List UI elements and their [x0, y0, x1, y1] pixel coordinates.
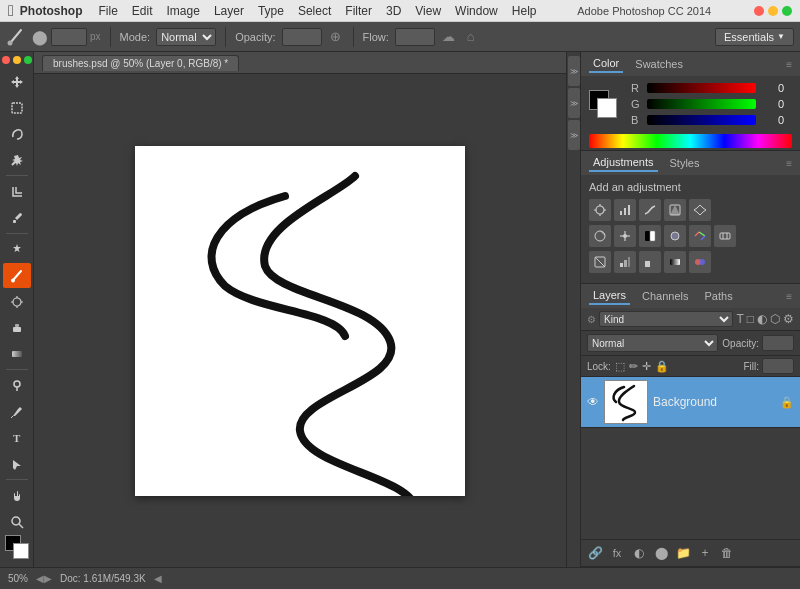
bw-adj[interactable]	[639, 225, 661, 247]
doc-info: Doc: 1.61M/549.3K	[60, 573, 146, 584]
layers-tab[interactable]: Layers	[589, 287, 630, 305]
fill-value[interactable]: 100%	[762, 358, 794, 374]
lock-move-icon[interactable]: ✛	[642, 360, 651, 373]
channelmix-adj[interactable]	[689, 225, 711, 247]
styles-tab[interactable]: Styles	[666, 155, 704, 171]
color-panel-close[interactable]: ≡	[786, 59, 792, 70]
brightness-adj[interactable]	[589, 199, 611, 221]
blend-mode-select[interactable]: Normal Multiply Screen	[587, 334, 718, 352]
brush-tool[interactable]	[3, 263, 31, 288]
new-layer-icon[interactable]: +	[695, 543, 715, 563]
adj-icons-row-2	[589, 225, 792, 247]
swatches-tab[interactable]: Swatches	[631, 56, 687, 72]
invert-adj[interactable]	[589, 251, 611, 273]
hue-sat-adj[interactable]	[589, 225, 611, 247]
threshold-adj[interactable]	[639, 251, 661, 273]
menu-layer[interactable]: Layer	[208, 4, 250, 18]
curves-adj[interactable]	[639, 199, 661, 221]
collapse-btn-1[interactable]: ≫	[568, 56, 580, 86]
exposure-adj[interactable]	[664, 199, 686, 221]
adjustments-tab[interactable]: Adjustments	[589, 154, 658, 172]
type-filter-icon[interactable]: T	[736, 312, 743, 326]
shape-filter-icon[interactable]: ⬡	[770, 312, 780, 326]
layer-group-icon[interactable]: 📁	[673, 543, 693, 563]
drawing-canvas[interactable]	[135, 146, 465, 496]
menu-filter[interactable]: Filter	[339, 4, 378, 18]
eraser-tool[interactable]	[3, 315, 31, 340]
magic-wand-tool[interactable]	[3, 147, 31, 172]
move-tool[interactable]	[3, 69, 31, 94]
flow-input[interactable]: 100%	[395, 28, 435, 46]
zoom-tool[interactable]	[3, 509, 31, 534]
kind-select[interactable]: Kind	[599, 311, 733, 327]
svg-rect-29	[628, 205, 630, 215]
adj-icons-row-1	[589, 199, 792, 221]
adjustment-layer-icon[interactable]: ⬤	[651, 543, 671, 563]
visibility-icon[interactable]: 👁	[587, 395, 599, 409]
lasso-tool[interactable]	[3, 121, 31, 146]
channels-tab[interactable]: Channels	[638, 288, 692, 304]
heal-tool[interactable]	[3, 237, 31, 262]
essentials-button[interactable]: Essentials ▼	[715, 28, 794, 46]
menu-3d[interactable]: 3D	[380, 4, 407, 18]
apple-logo: 	[8, 2, 14, 20]
posterize-adj[interactable]	[614, 251, 636, 273]
clone-stamp-tool[interactable]	[3, 289, 31, 314]
color-spectrum[interactable]	[589, 134, 792, 148]
brush-size-input[interactable]: 20	[51, 28, 87, 46]
menu-view[interactable]: View	[409, 4, 447, 18]
adj-panel-close[interactable]: ≡	[786, 158, 792, 169]
r-slider[interactable]	[647, 83, 756, 93]
marquee-tool[interactable]	[3, 95, 31, 120]
delete-layer-icon[interactable]: 🗑	[717, 543, 737, 563]
menu-help[interactable]: Help	[506, 4, 543, 18]
vibrance-adj[interactable]	[689, 199, 711, 221]
dodge-tool[interactable]	[3, 373, 31, 398]
layer-style-icon[interactable]: fx	[607, 543, 627, 563]
layers-panel-close[interactable]: ≡	[786, 291, 792, 302]
selectcolor-adj[interactable]	[689, 251, 711, 273]
colorbalance-adj[interactable]	[614, 225, 636, 247]
menu-image[interactable]: Image	[161, 4, 206, 18]
levels-adj[interactable]	[614, 199, 636, 221]
document-tab[interactable]: brushes.psd @ 50% (Layer 0, RGB/8) *	[42, 55, 239, 71]
menu-window[interactable]: Window	[449, 4, 504, 18]
lock-all-icon[interactable]: 🔒	[655, 360, 669, 373]
pixel-filter-icon[interactable]: □	[747, 312, 754, 326]
menu-select[interactable]: Select	[292, 4, 337, 18]
background-color[interactable]	[13, 543, 29, 559]
link-layers-icon[interactable]: 🔗	[585, 543, 605, 563]
menu-edit[interactable]: Edit	[126, 4, 159, 18]
smart-filter-icon[interactable]: ⚙	[783, 312, 794, 326]
collapse-btn-3[interactable]: ≫	[568, 120, 580, 150]
colorlookup-adj[interactable]	[714, 225, 736, 247]
b-slider[interactable]	[647, 115, 756, 125]
zoom-level: 50%	[8, 573, 28, 584]
lock-paint-icon[interactable]: ✏	[629, 360, 638, 373]
lock-transparency-icon[interactable]: ⬚	[615, 360, 625, 373]
collapse-btn-2[interactable]: ≫	[568, 88, 580, 118]
hand-tool[interactable]	[3, 483, 31, 508]
type-tool[interactable]: T	[3, 425, 31, 450]
layer-mask-icon[interactable]: ◐	[629, 543, 649, 563]
crop-tool[interactable]	[3, 179, 31, 204]
bg-swatch[interactable]	[597, 98, 617, 118]
gradient-tool[interactable]	[3, 341, 31, 366]
paths-tab[interactable]: Paths	[701, 288, 737, 304]
color-tab[interactable]: Color	[589, 55, 623, 73]
gradmap-adj[interactable]	[664, 251, 686, 273]
g-slider[interactable]	[647, 99, 756, 109]
opacity-input[interactable]: 100%	[282, 28, 322, 46]
layer-thumbnail	[604, 380, 648, 424]
menu-type[interactable]: Type	[252, 4, 290, 18]
layer-background[interactable]: 👁 Background 🔒	[581, 377, 800, 428]
menu-file[interactable]: File	[93, 4, 124, 18]
eyedropper-tool[interactable]	[3, 205, 31, 230]
photofilter-adj[interactable]	[664, 225, 686, 247]
path-select-tool[interactable]	[3, 451, 31, 476]
pressure-icon: ⊕	[328, 29, 344, 45]
pen-tool[interactable]	[3, 399, 31, 424]
opacity-value-layers[interactable]: 100%	[762, 335, 794, 351]
adjust-filter-icon[interactable]: ◐	[757, 312, 767, 326]
mode-select[interactable]: Normal Multiply Screen	[156, 28, 216, 46]
